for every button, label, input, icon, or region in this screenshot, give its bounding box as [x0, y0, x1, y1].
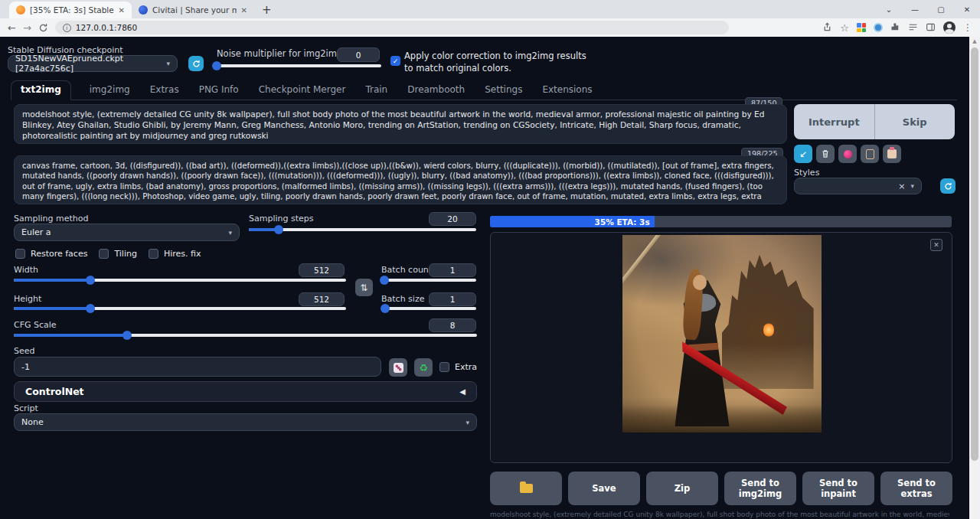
batch-count-slider[interactable]: [381, 279, 476, 282]
send-to-extras-button[interactable]: Send to extras: [880, 472, 952, 505]
chevron-down-icon: ▾: [910, 182, 914, 190]
generation-progress-bar: 35% ETA: 3s: [490, 216, 952, 227]
positive-prompt-textarea[interactable]: modelshoot style, (extremely detailed CG…: [14, 104, 787, 144]
bookmark-star-icon[interactable]: ☆: [840, 22, 849, 34]
site-info-icon[interactable]: i: [63, 24, 71, 32]
clear-styles-icon[interactable]: ×: [898, 181, 905, 191]
width-label: Width: [14, 265, 38, 275]
random-seed-button[interactable]: [389, 358, 407, 377]
refresh-checkpoints-button[interactable]: [188, 56, 204, 71]
width-input[interactable]: 512: [299, 263, 345, 277]
tab-settings[interactable]: Settings: [483, 81, 524, 100]
minimize-icon[interactable]: —: [902, 5, 928, 14]
height-slider[interactable]: [14, 307, 346, 310]
refresh-styles-button[interactable]: [940, 178, 956, 194]
styles-dropdown[interactable]: × ▾: [794, 178, 922, 194]
browser-tabstrip: [35% ETA: 3s] Stable Diffusion ✕ Civitai…: [0, 0, 980, 18]
scroll-up-icon[interactable]: ▲: [969, 38, 980, 44]
send-to-img2img-button[interactable]: Send to img2img: [724, 472, 796, 505]
reading-list-icon[interactable]: [908, 21, 918, 35]
script-dropdown[interactable]: None ▾: [14, 413, 477, 431]
close-window-icon[interactable]: ✕: [954, 5, 980, 14]
extra-networks-button[interactable]: [838, 145, 857, 163]
new-tab-button[interactable]: +: [262, 3, 272, 18]
paste-generation-params-button[interactable]: ↙: [794, 145, 812, 163]
styles-label: Styles: [794, 168, 819, 178]
sampling-steps-slider[interactable]: [249, 228, 476, 231]
height-input[interactable]: 512: [299, 292, 345, 306]
reload-icon[interactable]: [38, 23, 48, 33]
restore-faces-label: Restore faces: [31, 249, 87, 259]
batch-size-slider[interactable]: [381, 307, 476, 310]
color-correction-label: Apply color correction to img2img result…: [404, 51, 597, 74]
tab-txt2img[interactable]: txt2img: [11, 80, 71, 100]
cfg-scale-input[interactable]: 8: [429, 318, 476, 332]
browser-menu-icon[interactable]: ⋮: [963, 22, 972, 33]
skip-button[interactable]: Skip: [875, 104, 956, 139]
color-correction-checkbox[interactable]: ✓: [390, 56, 400, 66]
tab-search-icon[interactable]: ⌄: [876, 5, 902, 14]
clear-prompt-button[interactable]: [816, 145, 835, 163]
swap-icon: ⇅: [360, 282, 368, 293]
open-folder-button[interactable]: [490, 472, 562, 505]
negative-prompt-textarea[interactable]: canvas frame, cartoon, 3d, ((disfigured)…: [14, 155, 787, 204]
interrupt-button[interactable]: Interrupt: [794, 104, 874, 139]
controlnet-label: ControlNet: [25, 386, 84, 397]
hires-fix-checkbox[interactable]: [149, 249, 158, 259]
profile-avatar[interactable]: [943, 21, 956, 34]
address-bar[interactable]: i 127.0.0.1:7860: [55, 21, 729, 34]
side-panel-icon[interactable]: [926, 21, 936, 35]
zip-button[interactable]: Zip: [646, 472, 718, 505]
apply-style-button[interactable]: [883, 145, 901, 163]
back-icon[interactable]: ←: [8, 22, 16, 34]
forward-icon[interactable]: →: [23, 22, 31, 34]
swap-dimensions-button[interactable]: ⇅: [355, 279, 373, 296]
tab-img2img[interactable]: img2img: [88, 81, 132, 100]
preview-image[interactable]: [622, 235, 822, 432]
extension-blue-icon[interactable]: [874, 23, 883, 32]
cfg-scale-slider[interactable]: [14, 334, 477, 337]
stable-diffusion-webui: Stable Diffusion checkpoint SD15NewVAEpr…: [0, 37, 980, 519]
tiling-checkbox[interactable]: [99, 249, 109, 259]
extension-grid-icon[interactable]: [857, 23, 866, 32]
sampling-steps-input[interactable]: 20: [429, 212, 476, 226]
restore-faces-checkbox[interactable]: [15, 249, 25, 259]
browser-tab-civitai[interactable]: Civitai | Share your models ✕: [132, 2, 254, 18]
tab-train[interactable]: Train: [364, 81, 389, 100]
maximize-icon[interactable]: ▢: [928, 5, 954, 14]
tab-checkpoint-merger[interactable]: Checkpoint Merger: [257, 81, 348, 100]
noise-multiplier-slider[interactable]: [215, 64, 381, 67]
progress-label: 35% ETA: 3s: [595, 217, 650, 227]
tab-extras[interactable]: Extras: [149, 81, 181, 100]
width-slider[interactable]: [14, 279, 346, 282]
share-icon[interactable]: [822, 21, 832, 35]
preview-vignette: [622, 235, 822, 432]
tab-close-icon[interactable]: ✕: [241, 6, 247, 15]
checkpoint-value: SD15NewVAEpruned.ckpt [27a4ac756c]: [15, 54, 166, 73]
controlnet-accordion[interactable]: ControlNet ◀: [14, 381, 477, 402]
sampling-method-dropdown[interactable]: Euler a ▾: [14, 224, 240, 241]
page-scrollbar[interactable]: ▲: [969, 37, 980, 519]
browser-toolbar: ← → i 127.0.0.1:7860 ☆: [0, 18, 980, 37]
reuse-seed-button[interactable]: ♻: [414, 358, 433, 377]
close-preview-button[interactable]: ✕: [930, 239, 942, 251]
gradio-favicon: [16, 5, 25, 15]
tab-extensions[interactable]: Extensions: [541, 81, 593, 100]
checkpoint-dropdown[interactable]: SD15NewVAEpruned.ckpt [27a4ac756c] ▾: [8, 55, 178, 72]
chevron-down-icon: ▾: [166, 60, 170, 67]
extensions-puzzle-icon[interactable]: [890, 21, 900, 35]
send-to-inpaint-button[interactable]: Send to inpaint: [802, 472, 874, 505]
recycle-icon: ♻: [419, 362, 428, 374]
batch-size-input[interactable]: 1: [429, 292, 476, 306]
extra-seed-checkbox[interactable]: [439, 362, 449, 372]
scrollbar-thumb[interactable]: [971, 47, 978, 461]
noise-multiplier-input[interactable]: 0: [337, 47, 380, 62]
batch-count-input[interactable]: 1: [429, 263, 476, 277]
save-style-button[interactable]: [861, 145, 879, 163]
tab-dreambooth[interactable]: Dreambooth: [406, 81, 466, 100]
tab-png-info[interactable]: PNG Info: [198, 81, 240, 100]
seed-input[interactable]: -1: [14, 357, 381, 377]
save-button[interactable]: Save: [568, 472, 640, 505]
browser-tab-stable-diffusion[interactable]: [35% ETA: 3s] Stable Diffusion ✕: [9, 2, 132, 18]
tab-close-icon[interactable]: ✕: [119, 6, 125, 15]
